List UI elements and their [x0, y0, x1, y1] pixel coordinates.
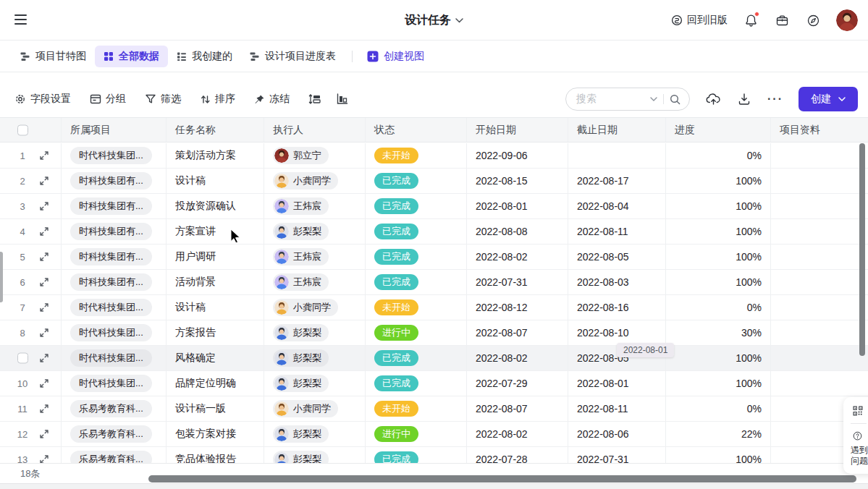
start-date[interactable]: 2022-08-08	[476, 226, 528, 237]
field-settings-button[interactable]: 字段设置	[14, 93, 71, 106]
project-files-cell[interactable]	[771, 169, 868, 193]
explore-button[interactable]	[805, 12, 821, 28]
row-height-button[interactable]	[308, 93, 321, 105]
task-name[interactable]: 投放资源确认	[175, 200, 236, 213]
status-badge[interactable]: 已完成	[374, 173, 418, 189]
assignee-chip[interactable]: 彭梨梨	[273, 349, 329, 367]
end-date[interactable]: 2022-08-03	[577, 276, 629, 288]
task-name[interactable]: 用户调研	[175, 250, 216, 263]
table-row[interactable]: 10 时代科技集团... 品牌定位明确 彭梨梨 已完成 2022-07-29 2…	[0, 371, 868, 396]
user-avatar[interactable]	[836, 9, 858, 31]
task-name[interactable]: 风格确定	[175, 352, 216, 365]
status-badge[interactable]: 已完成	[374, 224, 418, 239]
create-record-button[interactable]: 创建	[799, 87, 858, 111]
download-button[interactable]	[736, 91, 752, 107]
status-badge[interactable]: 进行中	[374, 426, 418, 442]
assignee-chip[interactable]: 彭梨梨	[273, 451, 329, 463]
assignee-chip[interactable]: 王炜宸	[273, 197, 329, 215]
question-circle-icon[interactable]	[851, 431, 864, 441]
status-badge[interactable]: 已完成	[374, 451, 418, 463]
start-date[interactable]: 2022-08-07	[476, 403, 528, 414]
start-date[interactable]: 2022-09-06	[476, 150, 528, 161]
expand-record-icon[interactable]	[39, 404, 49, 414]
end-date[interactable]: 2022-08-16	[577, 302, 629, 313]
statistics-button[interactable]	[337, 93, 348, 105]
project-files-cell[interactable]	[771, 194, 868, 218]
tab-design-progress[interactable]: 设计项目进度表	[241, 46, 345, 67]
expand-record-icon[interactable]	[39, 454, 49, 463]
table-row[interactable]: 11 乐易考教育科... 设计稿一版 小龚同学 未开始 2022-08-07 2…	[0, 396, 868, 422]
task-name[interactable]: 方案宣讲	[175, 225, 216, 238]
hamburger-menu-icon[interactable]	[14, 14, 27, 25]
task-name[interactable]: 策划活动方案	[175, 149, 236, 162]
status-badge[interactable]: 已完成	[374, 274, 418, 290]
share-upload-button[interactable]	[705, 91, 721, 107]
status-badge[interactable]: 已完成	[374, 198, 418, 214]
status-badge[interactable]: 未开始	[374, 299, 418, 315]
start-date[interactable]: 2022-07-28	[476, 454, 528, 463]
table-row[interactable]: 1 时代科技集团... 策划活动方案 郭立宁 未开始 2022-09-06	[0, 143, 868, 169]
start-date[interactable]: 2022-08-15	[476, 175, 528, 187]
project-chip[interactable]: 乐易考教育科...	[70, 425, 152, 443]
status-badge[interactable]: 已完成	[374, 375, 418, 391]
project-chip[interactable]: 乐易考教育科...	[70, 451, 152, 463]
start-date[interactable]: 2022-08-01	[476, 200, 528, 212]
expand-record-icon[interactable]	[39, 353, 49, 363]
assignee-chip[interactable]: 郭立宁	[273, 147, 329, 164]
task-name[interactable]: 设计稿	[175, 301, 206, 314]
assignee-chip[interactable]: 彭梨梨	[273, 324, 329, 341]
column-header-files[interactable]: 项目资料	[771, 118, 868, 142]
search-input[interactable]: 搜索	[565, 88, 690, 111]
column-header-task[interactable]: 任务名称	[167, 118, 264, 142]
project-chip[interactable]: 时科技集团有...	[70, 223, 152, 240]
table-row[interactable]: 8 时代科技集团... 方案报告 彭梨梨 进行中 2022-08-07 2022…	[0, 320, 868, 346]
freeze-button[interactable]: 冻结	[254, 93, 290, 106]
column-header-assignee[interactable]: 执行人	[264, 118, 366, 142]
end-date[interactable]: 2022-08-01	[577, 378, 629, 389]
vertical-scrollbar[interactable]	[859, 143, 865, 356]
start-date[interactable]: 2022-08-07	[476, 327, 528, 339]
start-date[interactable]: 2022-07-31	[476, 276, 528, 288]
help-widget[interactable]: 遇到问题	[843, 397, 868, 474]
project-chip[interactable]: 时科技集团有...	[70, 273, 152, 291]
start-date[interactable]: 2022-08-02	[476, 251, 528, 263]
sort-button[interactable]: 排序	[200, 93, 235, 106]
expand-record-icon[interactable]	[39, 226, 49, 237]
table-row[interactable]: 2 时科技集团有... 设计稿 小龚同学 已完成 2022-08-15 2022…	[0, 169, 868, 194]
end-date[interactable]: 2022-08-04	[577, 200, 629, 212]
expand-record-icon[interactable]	[39, 302, 49, 312]
project-files-cell[interactable]	[771, 270, 868, 294]
table-row[interactable]: 13 乐易考教育科... 竞品体验报告 彭梨梨 已完成 2022-07-28 2…	[0, 447, 868, 463]
expand-record-icon[interactable]	[39, 277, 49, 287]
chevron-down-icon[interactable]	[650, 97, 657, 101]
left-edge-scrollbar[interactable]	[0, 252, 3, 302]
column-header-progress[interactable]: 进度	[666, 118, 771, 142]
task-name[interactable]: 设计稿	[175, 174, 206, 187]
project-files-cell[interactable]	[771, 371, 868, 396]
assignee-chip[interactable]: 王炜宸	[273, 248, 329, 265]
end-date[interactable]: 2022-08-06	[577, 428, 629, 440]
table-row[interactable]: 6 时科技集团有... 活动背景 王炜宸 已完成 2022-07-31 2022…	[0, 270, 868, 295]
table-row[interactable]: 5 时科技集团有... 用户调研 王炜宸 已完成 2022-08-02 2022…	[0, 244, 868, 270]
task-name[interactable]: 活动背景	[175, 276, 216, 289]
task-name[interactable]: 设计稿一版	[175, 402, 226, 415]
start-date[interactable]: 2022-08-02	[476, 428, 528, 440]
table-row[interactable]: 3 时科技集团有... 投放资源确认 王炜宸 已完成 2022-08-01 20…	[0, 194, 868, 219]
project-files-cell[interactable]	[771, 143, 868, 168]
end-date[interactable]: 2022-08-11	[577, 226, 628, 237]
back-to-old-version-button[interactable]: 回到旧版	[671, 14, 728, 27]
column-header-status[interactable]: 状态	[366, 118, 467, 142]
assignee-chip[interactable]: 彭梨梨	[273, 425, 329, 443]
task-name[interactable]: 包装方案对接	[175, 428, 236, 441]
project-files-cell[interactable]	[771, 219, 868, 244]
project-files-cell[interactable]	[771, 295, 868, 320]
assignee-chip[interactable]: 小龚同学	[273, 400, 338, 417]
expand-record-icon[interactable]	[39, 328, 49, 338]
expand-record-icon[interactable]	[39, 252, 49, 262]
status-badge[interactable]: 已完成	[374, 249, 418, 265]
assignee-chip[interactable]: 彭梨梨	[273, 375, 329, 392]
notifications-button[interactable]	[743, 12, 759, 28]
project-chip[interactable]: 时代科技集团...	[70, 375, 152, 392]
end-date[interactable]: 2022-08-10	[577, 327, 629, 339]
chevron-down-icon[interactable]	[455, 18, 463, 23]
